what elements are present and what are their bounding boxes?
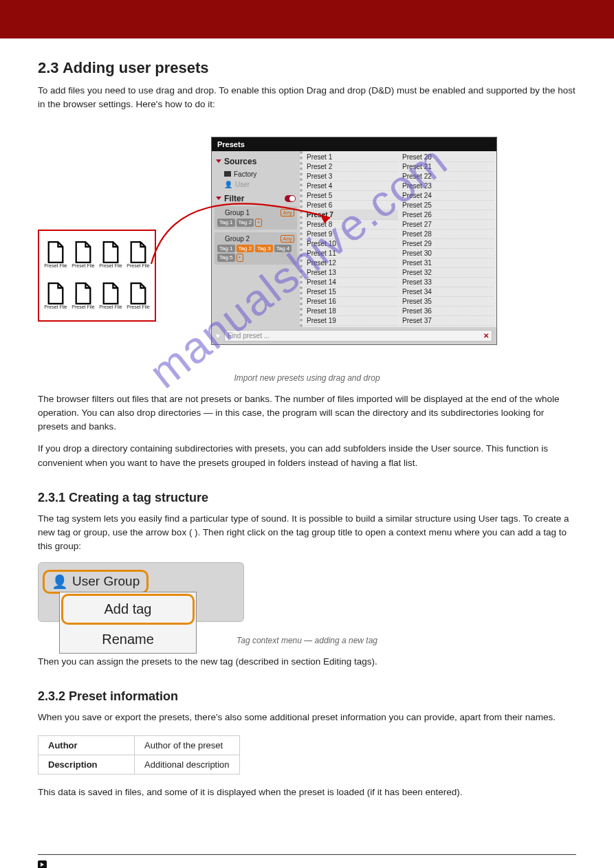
tag[interactable]: Tag 3 [255, 245, 273, 252]
clear-search-icon[interactable]: ✕ [483, 332, 489, 340]
after-figure-text-2: If you drop a directory containing subdi… [38, 442, 576, 470]
preset-item[interactable]: Preset 33 [401, 278, 494, 287]
preset-file-label: Preset File [99, 304, 122, 309]
ctx-rename[interactable]: Rename [60, 626, 196, 653]
preset-list[interactable]: Preset 1Preset 20Preset 2Preset 21Preset… [300, 151, 496, 327]
caret-down-icon [216, 159, 221, 163]
preset-item[interactable]: Preset 22 [401, 172, 494, 181]
top-banner [0, 0, 614, 38]
browser-sidebar: Sources Factory 👤 User Filter [212, 151, 300, 327]
preset-item[interactable]: Preset 10 [305, 239, 398, 249]
tag[interactable]: Tag 1 [217, 219, 235, 227]
next-page-icon[interactable] [38, 860, 47, 868]
filter-toggle[interactable] [285, 195, 296, 202]
preset-item[interactable]: Preset 34 [401, 287, 494, 297]
tag[interactable]: Tag 2 [237, 245, 254, 252]
preset-files-box: Preset File Preset File Preset File Pres… [38, 230, 156, 322]
preset-item[interactable]: Preset 25 [401, 201, 494, 210]
preset-item[interactable]: Preset 6 [305, 201, 398, 210]
browser-header: Presets [212, 137, 496, 151]
preset-file-icon: Preset File [97, 235, 124, 275]
add-tag-button[interactable]: + [237, 254, 243, 262]
preset-browser-panel: Presets Sources Factory 👤 User [211, 137, 497, 345]
tag[interactable]: Tag 5 [217, 254, 235, 262]
preset-item[interactable]: Preset 36 [401, 307, 494, 316]
preset-file-label: Preset File [99, 263, 122, 268]
import-figure: Preset File Preset File Preset File Pres… [38, 123, 576, 357]
ctx-add-tag[interactable]: Add tag [61, 594, 195, 625]
preset-item[interactable]: Preset 29 [401, 239, 494, 249]
preset-info-table: Author Author of the preset Description … [38, 735, 240, 775]
preset-item[interactable]: Preset 31 [401, 258, 494, 268]
user-group-text: User Group [72, 574, 140, 589]
preset-item[interactable]: Preset 5 [305, 191, 398, 201]
figure-caption: Import new presets using drag and drop [38, 372, 576, 384]
preset-item[interactable]: Preset 19 [305, 316, 398, 326]
preset-item[interactable]: Preset 16 [305, 297, 398, 307]
source-factory[interactable]: Factory [215, 169, 297, 179]
sources-header[interactable]: Sources [215, 154, 297, 169]
any-badge[interactable]: Any [281, 235, 294, 243]
preset-item[interactable]: Preset 32 [401, 268, 494, 278]
preset-item[interactable]: Preset 30 [401, 249, 494, 258]
add-tag-button[interactable]: + [255, 219, 262, 227]
preset-item[interactable]: Preset 18 [305, 307, 398, 316]
preset-item[interactable]: Preset 35 [401, 297, 494, 307]
info-val: Additional description [135, 755, 240, 775]
preset-item[interactable]: Preset 26 [401, 210, 494, 220]
subsection-title: 2.3.1 Creating a tag structure [38, 491, 576, 505]
preset-file-label: Preset File [72, 263, 94, 268]
any-badge[interactable]: Any [281, 209, 294, 216]
preset-item[interactable]: Preset 4 [305, 181, 398, 191]
filter-header[interactable]: Filter [215, 190, 297, 206]
preset-file-icon: Preset File [124, 235, 152, 275]
find-placeholder: Find preset ... [228, 332, 270, 340]
preset-file-icon: Preset File [124, 276, 152, 316]
find-preset-input[interactable]: Find preset ... ✕ [224, 330, 492, 342]
preset-item[interactable]: Preset 7 [305, 210, 398, 220]
tag[interactable]: Tag 1 [217, 245, 235, 252]
preset-item[interactable]: Preset 14 [305, 278, 398, 287]
intro-paragraph: To add files you need to use drag and dr… [38, 84, 576, 112]
user-group-label[interactable]: 👤 User Group [43, 570, 149, 594]
subsection-title-info: 2.3.2 Preset information [38, 689, 576, 704]
preset-item[interactable]: Preset 3 [305, 172, 398, 181]
factory-label: Factory [234, 170, 256, 178]
preset-item[interactable]: Preset 37 [401, 316, 494, 326]
preset-file-label: Preset File [72, 304, 94, 309]
folder-icon [217, 210, 223, 214]
source-user[interactable]: 👤 User [215, 179, 297, 190]
favorite-icon[interactable]: ♥ [216, 332, 220, 340]
preset-file-label: Preset File [44, 263, 67, 268]
preset-file-label: Preset File [127, 304, 149, 309]
preset-item[interactable]: Preset 23 [401, 181, 494, 191]
preset-item[interactable]: Preset 9 [305, 230, 398, 239]
preset-item[interactable]: Preset 12 [305, 258, 398, 268]
tag[interactable]: Tag 4 [274, 245, 292, 252]
preset-item[interactable]: Preset 2 [305, 162, 398, 172]
preset-item[interactable]: Preset 8 [305, 220, 398, 230]
preset-item[interactable]: Preset 21 [401, 162, 494, 172]
create-tags-text: The tag system lets you easily find a pa… [38, 513, 569, 552]
section-title: 2.3 Adding user presets [38, 59, 576, 77]
context-menu-figure: 👤 User Group Add tag Rename [38, 562, 244, 622]
preset-item[interactable]: Preset 15 [305, 287, 398, 297]
filter-group-2: Group 2 Any Tag 1 Tag 2 Tag 3 Tag 4 Tag … [215, 232, 297, 265]
filter-label: Filter [224, 194, 244, 203]
info-after-text: This data is saved in files, and some of… [38, 786, 576, 799]
preset-item[interactable]: Preset 27 [401, 220, 494, 230]
sources-label: Sources [224, 157, 256, 166]
group1-name: Group 1 [225, 209, 250, 216]
group2-name: Group 2 [225, 235, 250, 243]
preset-file-label: Preset File [44, 304, 67, 309]
preset-item[interactable]: Preset 1 [305, 153, 398, 162]
create-tags-paragraph: The tag system lets you easily find a pa… [38, 512, 576, 554]
preset-item[interactable]: Preset 28 [401, 230, 494, 239]
preset-item[interactable]: Preset 24 [401, 191, 494, 201]
preset-item[interactable]: Preset 11 [305, 249, 398, 258]
user-label: User [235, 181, 250, 188]
tag[interactable]: Tag 2 [237, 219, 254, 227]
preset-item[interactable]: Preset 13 [305, 268, 398, 278]
user-icon: 👤 [52, 574, 68, 590]
preset-item[interactable]: Preset 20 [401, 153, 494, 162]
